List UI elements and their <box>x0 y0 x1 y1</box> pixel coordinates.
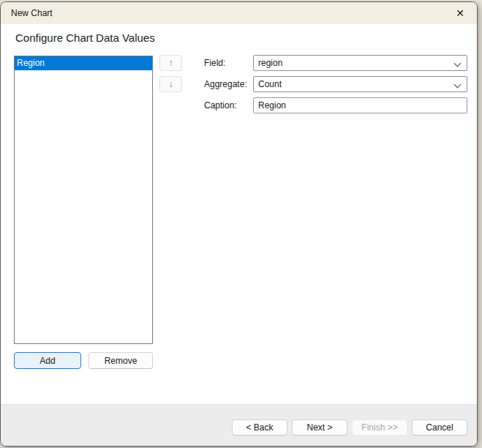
caption-input[interactable] <box>253 97 467 113</box>
chevron-down-icon <box>454 81 462 89</box>
close-icon[interactable]: ✕ <box>443 2 477 24</box>
titlebar: New Chart ✕ <box>1 2 477 24</box>
chevron-down-icon <box>454 60 462 67</box>
aggregate-combobox[interactable]: Count <box>253 76 467 92</box>
next-button[interactable]: Next > <box>292 419 347 436</box>
field-combobox-value: region <box>258 58 282 68</box>
footer-bar: < Back Next > Finish >> Cancel <box>1 404 477 446</box>
window-title: New Chart <box>11 8 53 18</box>
chart-values-listbox[interactable]: Region <box>14 56 153 344</box>
back-button[interactable]: < Back <box>232 419 287 436</box>
add-button[interactable]: Add <box>14 352 81 369</box>
arrow-down-icon: ↓ <box>169 79 173 89</box>
page-title: Configure Chart Data Values <box>15 31 155 44</box>
move-up-button[interactable]: ↑ <box>159 55 182 71</box>
list-item-region[interactable]: Region <box>15 56 152 70</box>
arrow-up-icon: ↑ <box>169 58 173 68</box>
new-chart-dialog: New Chart ✕ Configure Chart Data Values … <box>0 1 478 447</box>
aggregate-label: Aggregate: <box>204 78 247 90</box>
finish-button: Finish >> <box>352 419 407 436</box>
field-label: Field: <box>204 57 225 69</box>
aggregate-combobox-value: Count <box>258 79 282 89</box>
caption-label: Caption: <box>204 100 237 111</box>
field-combobox[interactable]: region <box>253 55 467 71</box>
remove-button[interactable]: Remove <box>89 352 153 369</box>
cancel-button[interactable]: Cancel <box>412 419 467 436</box>
move-down-button[interactable]: ↓ <box>159 76 182 92</box>
